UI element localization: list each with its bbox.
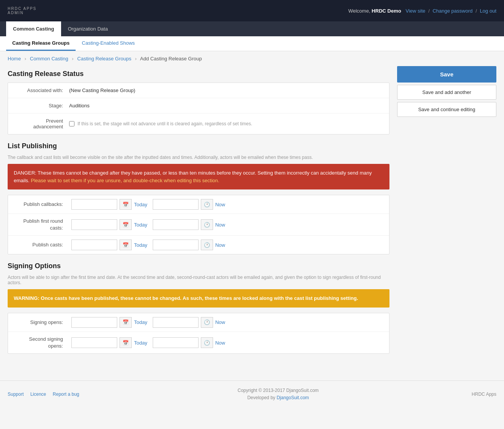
breadcrumb-current: Add Casting Release Group xyxy=(140,56,202,62)
signing-options-subtitle: Actors will be able to sign after the fi… xyxy=(8,275,389,285)
signing-options-title: Signing Options xyxy=(8,262,389,270)
publish-casts-label: Publish casts: xyxy=(16,241,69,248)
subtab-casting-enabled-shows[interactable]: Casting-Enabled Shows xyxy=(76,36,141,51)
prevent-advancement-hint: If this is set, the stage will not advan… xyxy=(78,121,252,126)
second-signing-opens-label: Second signing opens: xyxy=(16,336,69,350)
list-publishing-subtitle: The callback and cast lists will become … xyxy=(8,155,389,160)
footer-djangosuit-link[interactable]: DjangoSuit.com xyxy=(276,395,309,400)
log-out-link[interactable]: Log out xyxy=(480,8,496,14)
signing-opens-time-input[interactable] xyxy=(153,317,199,328)
signing-opens-label: Signing opens: xyxy=(16,319,69,326)
stage-value: Auditions xyxy=(69,103,89,108)
save-and-continue-button[interactable]: Save and continue editing xyxy=(397,102,496,117)
main-content: Casting Release Status Associated with: … xyxy=(8,66,389,361)
warning-text: WARNING: Once casts have been published,… xyxy=(14,295,358,301)
publish-casts-row: Publish casts: 📅 Today 🕐 Now xyxy=(8,236,389,254)
associated-with-label: Associated with: xyxy=(16,87,69,93)
publish-casts-date-icon[interactable]: 📅 xyxy=(120,240,132,250)
app-branding: HRDC Apps ADMIN xyxy=(8,6,37,15)
footer-brand: HRDC Apps xyxy=(472,392,496,397)
warning-box: WARNING: Once casts have been published,… xyxy=(8,289,389,308)
change-password-link[interactable]: Change password xyxy=(433,8,473,14)
list-publishing-title: List Publishing xyxy=(8,142,389,150)
publish-callbacks-date-input[interactable] xyxy=(71,199,117,210)
app-title: HRDC Apps ADMIN xyxy=(8,6,37,15)
publish-first-round-label: Publish first round casts: xyxy=(16,218,69,231)
list-publishing-card: Publish callbacks: 📅 Today 🕐 Now Publish… xyxy=(8,195,389,254)
publish-first-round-now-link[interactable]: Now xyxy=(215,222,225,228)
header-nav: Welcome, HRDC Demo View site / Change pa… xyxy=(348,8,496,14)
prevent-advancement-container: If this is set, the stage will not advan… xyxy=(69,121,252,126)
second-signing-opens-today-link[interactable]: Today xyxy=(134,340,147,346)
footer-report-bug-link[interactable]: Report a bug xyxy=(53,392,79,397)
signing-opens-date-icon[interactable]: 📅 xyxy=(120,317,132,328)
publish-casts-time-input[interactable] xyxy=(153,240,199,250)
associated-with-value: (New Casting Release Group) xyxy=(69,87,135,93)
danger-box: DANGER: These times cannot be changed af… xyxy=(8,164,389,189)
prevent-advancement-row: Prevent advancement If this is set, the … xyxy=(8,113,389,134)
publish-casts-now-link[interactable]: Now xyxy=(215,242,225,248)
casting-release-status-title: Casting Release Status xyxy=(8,70,389,78)
breadcrumb-home[interactable]: Home xyxy=(8,56,21,62)
main-tab-bar: Common Casting Organization Data xyxy=(0,21,504,36)
publish-callbacks-time-input[interactable] xyxy=(153,199,199,210)
publish-callbacks-label: Publish callbacks: xyxy=(16,201,69,208)
tab-organization-data[interactable]: Organization Data xyxy=(61,21,115,36)
publish-callbacks-row: Publish callbacks: 📅 Today 🕐 Now xyxy=(8,195,389,214)
publish-first-round-row: Publish first round casts: 📅 Today 🕐 Now xyxy=(8,214,389,236)
signing-opens-today-link[interactable]: Today xyxy=(134,319,147,325)
publish-callbacks-now-link[interactable]: Now xyxy=(215,202,225,207)
second-signing-opens-date-icon[interactable]: 📅 xyxy=(120,337,132,348)
publish-first-round-time-input[interactable] xyxy=(153,219,199,230)
signing-opens-date-input[interactable] xyxy=(71,317,117,328)
save-button[interactable]: Save xyxy=(397,66,496,83)
top-header: HRDC Apps ADMIN Welcome, HRDC Demo View … xyxy=(0,0,504,21)
sub-tab-bar: Casting Release Groups Casting-Enabled S… xyxy=(0,36,504,51)
second-signing-opens-row: Second signing opens: 📅 Today 🕐 Now xyxy=(8,332,389,353)
stage-label: Stage: xyxy=(16,103,69,108)
footer-links: Support Licence Report a bug xyxy=(8,392,84,397)
signing-opens-row: Signing opens: 📅 Today 🕐 Now xyxy=(8,313,389,332)
publish-callbacks-time-icon[interactable]: 🕐 xyxy=(201,199,213,210)
casting-release-status-card: Associated with: (New Casting Release Gr… xyxy=(8,83,389,134)
publish-first-round-today-link[interactable]: Today xyxy=(134,222,147,228)
associated-with-row: Associated with: (New Casting Release Gr… xyxy=(8,83,389,98)
publish-casts-time-icon[interactable]: 🕐 xyxy=(201,240,213,250)
prevent-advancement-checkbox[interactable] xyxy=(69,121,74,126)
second-signing-opens-now-link[interactable]: Now xyxy=(215,340,225,346)
danger-link-text: Please wait to set them if you are unsur… xyxy=(31,178,220,183)
publish-casts-today-link[interactable]: Today xyxy=(134,242,147,248)
breadcrumb-common-casting[interactable]: Common Casting xyxy=(30,56,68,62)
save-and-add-button[interactable]: Save and add another xyxy=(397,85,496,100)
footer-copyright: Copyright © 2013-2017 DjangoSuit.com xyxy=(237,387,318,394)
publish-callbacks-today-link[interactable]: Today xyxy=(134,202,147,207)
signing-options-card: Signing opens: 📅 Today 🕐 Now Second sign… xyxy=(8,313,389,354)
footer-licence-link[interactable]: Licence xyxy=(30,392,46,397)
signing-opens-now-link[interactable]: Now xyxy=(215,319,225,325)
stage-row: Stage: Auditions xyxy=(8,98,389,113)
prevent-advancement-label: Prevent advancement xyxy=(16,118,69,130)
sidebar: Save Save and add another Save and conti… xyxy=(397,66,496,119)
second-signing-opens-time-icon[interactable]: 🕐 xyxy=(201,337,213,348)
username: HRDC Demo xyxy=(372,8,401,14)
publish-callbacks-date-icon[interactable]: 📅 xyxy=(120,199,132,210)
welcome-text: Welcome, xyxy=(348,8,370,14)
second-signing-opens-time-input[interactable] xyxy=(153,337,199,348)
view-site-link[interactable]: View site xyxy=(405,8,425,14)
breadcrumb: Home › Common Casting › Casting Release … xyxy=(0,51,504,66)
publish-first-round-time-icon[interactable]: 🕐 xyxy=(201,219,213,230)
footer-support-link[interactable]: Support xyxy=(8,392,24,397)
breadcrumb-casting-release-groups[interactable]: Casting Release Groups xyxy=(77,56,131,62)
publish-casts-date-input[interactable] xyxy=(71,240,117,250)
subtab-casting-release-groups[interactable]: Casting Release Groups xyxy=(6,36,76,51)
publish-first-round-date-input[interactable] xyxy=(71,219,117,230)
signing-opens-time-icon[interactable]: 🕐 xyxy=(201,317,213,328)
publish-first-round-date-icon[interactable]: 📅 xyxy=(120,219,132,230)
page-footer: Support Licence Report a bug Copyright ©… xyxy=(0,380,504,408)
second-signing-opens-date-input[interactable] xyxy=(71,337,117,348)
footer-developed-by: Developed by DjangoSuit.com xyxy=(237,394,318,401)
footer-center: Copyright © 2013-2017 DjangoSuit.com Dev… xyxy=(237,387,318,401)
main-layout: Casting Release Status Associated with: … xyxy=(0,66,504,373)
tab-common-casting[interactable]: Common Casting xyxy=(6,21,61,36)
